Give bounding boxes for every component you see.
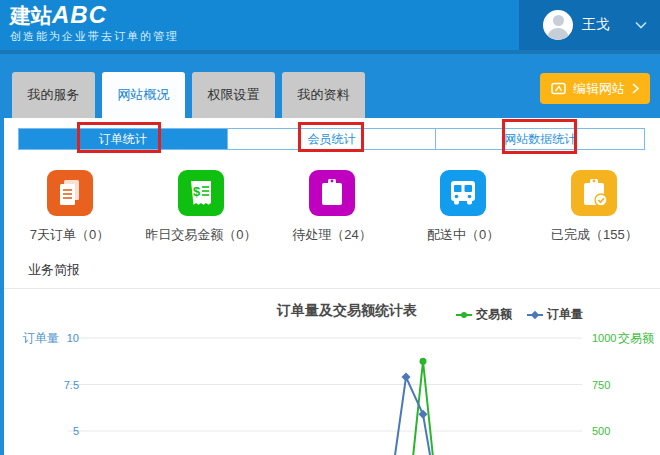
edit-icon [551, 82, 566, 95]
clipboard-icon [309, 170, 355, 216]
user-menu[interactable]: 王戈 [519, 0, 660, 50]
stat-completed[interactable]: 已完成（155） [529, 170, 660, 244]
stat-label: 昨日交易金额（0） [145, 226, 256, 244]
stat-tiles: 7天订单（0） $ 昨日交易金额（0） [4, 170, 660, 244]
tab-permissions[interactable]: 权限设置 [192, 72, 275, 118]
svg-text:750: 750 [592, 379, 610, 391]
pages-icon [47, 170, 93, 216]
bus-icon [440, 170, 486, 216]
main-tabs: 我的服务 网站概况 权限设置 我的资料 [12, 72, 365, 118]
clipboard-check-icon [571, 170, 617, 216]
app-header: 建站ABC 创造能为企业带去订单的管理 王戈 [0, 0, 660, 50]
subtab-member-stats[interactable]: 会员统计 [228, 129, 437, 149]
svg-text:订单量: 订单量 [23, 331, 59, 345]
brand-tagline: 创造能为企业带去订单的管理 [10, 29, 179, 44]
svg-text:1000: 1000 [592, 332, 616, 344]
avatar-person-icon [553, 15, 564, 26]
stat-label: 7天订单（0） [30, 226, 109, 244]
stat-7day-orders[interactable]: 7天订单（0） [4, 170, 135, 244]
subtab-site-data-stats[interactable]: 网站数据统计 [436, 129, 644, 149]
section-title-business-brief: 业务简报 [28, 261, 80, 279]
chevron-down-icon[interactable] [635, 21, 647, 29]
tab-site-overview[interactable]: 网站概况 [102, 72, 185, 118]
edit-site-label: 编辑网站 [573, 80, 625, 98]
stats-subtabs: 订单统计 会员统计 网站数据统计 [18, 128, 645, 150]
stat-pending[interactable]: 待处理（24） [266, 170, 397, 244]
svg-text:500: 500 [592, 425, 610, 437]
brand-en: ABC [52, 1, 107, 28]
app-logo: 建站ABC 创造能为企业带去订单的管理 [10, 3, 179, 44]
stat-label: 待处理（24） [292, 226, 371, 244]
receipt-icon: $ [178, 170, 224, 216]
svg-text:7.5: 7.5 [64, 379, 79, 391]
page-content: 订单统计 会员统计 网站数据统计 7天订单（0） $ [0, 118, 660, 455]
svg-text:交易额: 交易额 [618, 331, 654, 345]
orders-transactions-chart: 订单量及交易额统计表 交易额 订单量 107.551000750500订单量交易… [4, 289, 660, 455]
stat-yesterday-amount[interactable]: $ 昨日交易金额（0） [135, 170, 266, 244]
stat-delivering[interactable]: 配送中（0） [398, 170, 529, 244]
subtab-order-stats[interactable]: 订单统计 [19, 129, 228, 149]
username: 王戈 [582, 16, 610, 34]
chevron-right-icon [632, 83, 639, 94]
brand-cn: 建站 [10, 4, 52, 27]
svg-text:$: $ [193, 184, 201, 199]
avatar[interactable] [543, 10, 573, 40]
svg-text:10: 10 [67, 332, 79, 344]
stat-label: 配送中（0） [427, 226, 499, 244]
brand-text: 建站ABC [10, 3, 179, 28]
chart-plot-area: 107.551000750500订单量交易额 [4, 289, 660, 455]
stat-label: 已完成（155） [551, 226, 638, 244]
tab-my-services[interactable]: 我的服务 [12, 72, 95, 118]
main-tabbar: 我的服务 网站概况 权限设置 我的资料 编辑网站 [0, 54, 660, 118]
svg-text:5: 5 [73, 425, 79, 437]
edit-site-button[interactable]: 编辑网站 [540, 73, 650, 104]
tab-my-profile[interactable]: 我的资料 [282, 72, 365, 118]
